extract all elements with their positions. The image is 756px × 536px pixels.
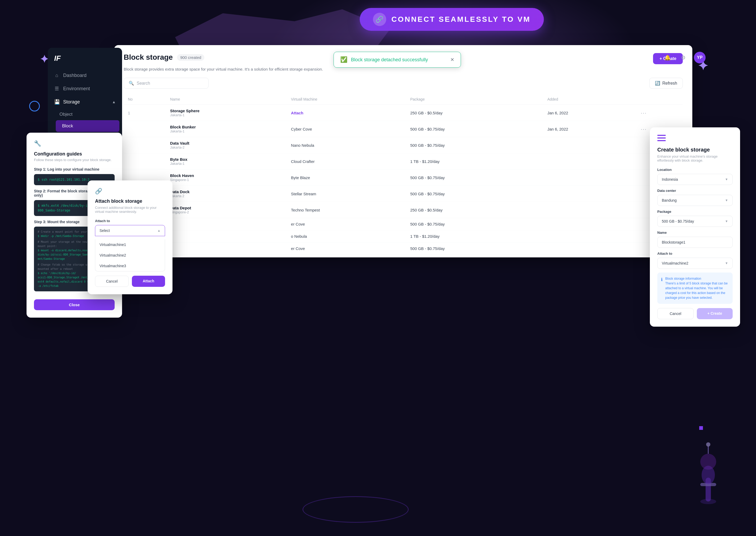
config-subtitle: Follow these steps to configure your blo… xyxy=(34,158,115,162)
create-panel-title: Create block storage xyxy=(657,147,733,153)
package-select[interactable]: 500 GB - $0.75/day ▼ xyxy=(657,216,733,227)
sidebar-item-block[interactable]: Block xyxy=(56,120,119,132)
cell-vm: Stellar Stream xyxy=(287,186,406,202)
cell-added xyxy=(543,153,637,170)
table-row: Block BunkerJakarta-1 Cyber Cove 500 GB … xyxy=(124,121,683,137)
attach-cancel-button[interactable]: Cancel xyxy=(95,276,129,287)
cell-added xyxy=(543,202,637,218)
vm-name: Cloud Crafter xyxy=(291,159,315,164)
location-chevron-icon: ▼ xyxy=(725,178,728,181)
datacenter-label: Data center xyxy=(657,189,733,193)
location-label: Location xyxy=(657,168,733,172)
refresh-icon: 🔄 xyxy=(655,81,660,86)
col-no: No xyxy=(124,94,166,105)
sidebar-item-storage[interactable]: 💾 Storage ▲ xyxy=(48,95,122,109)
sidebar-item-label-environment: Environment xyxy=(63,86,90,91)
cp-cancel-button[interactable]: Cancel xyxy=(657,308,694,319)
storage-location: Jakarta-1 xyxy=(170,113,282,117)
sidebar-item-label-block: Block xyxy=(62,123,73,129)
sidebar-submenu: Object Block xyxy=(48,109,122,132)
storage-name: Data Vault xyxy=(170,141,282,146)
sidebar-item-dashboard[interactable]: ⌂ Dashboard xyxy=(48,69,122,82)
table-row: Data VaultJakarta-2 Nano Nebula 500 GB -… xyxy=(124,137,683,153)
vm-name: Nano Nebula xyxy=(291,143,314,148)
location-select[interactable]: Indonesia ▼ xyxy=(657,174,733,185)
notification-close-button[interactable]: ✕ xyxy=(450,57,454,63)
sidebar-item-environment[interactable]: ☰ Environment xyxy=(48,82,122,95)
refresh-label: Refresh xyxy=(662,81,677,86)
cell-package: 500 GB - $0.75/day xyxy=(406,137,543,153)
name-label: Name xyxy=(657,231,733,235)
cell-vm: o Nebula xyxy=(287,230,406,243)
search-box[interactable]: 🔍 Search xyxy=(124,78,209,89)
storage-name: Byte Box xyxy=(170,157,282,162)
create-panel-icon xyxy=(657,135,733,143)
avatar-button[interactable]: YP xyxy=(694,52,706,63)
table-body: 1 Storage SphereJakarta-1 Attach 250 GB … xyxy=(124,105,683,255)
vm-name: o Nebula xyxy=(291,234,307,239)
top-right-icons: 🔔 ⚙ YP xyxy=(662,52,706,63)
settings-button[interactable]: ⚙ xyxy=(678,52,689,63)
cell-added xyxy=(543,137,637,153)
cell-no: 1 xyxy=(124,105,166,121)
notification-button[interactable]: 🔔 xyxy=(662,52,673,63)
attach-option-1[interactable]: Virtualmachine1 xyxy=(95,239,165,250)
svg-rect-0 xyxy=(657,135,666,136)
chevron-up-icon: ▲ xyxy=(112,100,116,104)
refresh-button[interactable]: 🔄 Refresh xyxy=(649,78,683,89)
name-input[interactable] xyxy=(657,237,733,248)
attach-to-chevron-icon: ▼ xyxy=(725,261,728,265)
cell-name: Data VaultJakarta-2 xyxy=(166,137,286,153)
svg-point-9 xyxy=(706,442,710,447)
attach-to-label-create: Attach to xyxy=(657,251,733,255)
toolbar: 🔍 Search 🔄 Refresh xyxy=(124,78,683,89)
table-row: o Nebula 1 TB - $1.20/day xyxy=(124,230,683,243)
attach-option-2[interactable]: Virtualmachine2 xyxy=(95,250,165,260)
cell-vm: er Cove xyxy=(287,243,406,255)
cell-vm: er Cove xyxy=(287,218,406,230)
storage-location: Jakarta-1 xyxy=(170,129,282,133)
attach-select[interactable]: Select ▲ xyxy=(95,225,165,236)
package-label: Package xyxy=(657,210,733,214)
cell-actions: ··· xyxy=(637,105,683,121)
create-panel-subtitle: Enhance your virtual machine's storage e… xyxy=(657,154,733,162)
table-row: Byte BoxJakarta-1 Cloud Crafter 1 TB - $… xyxy=(124,153,683,170)
attach-option-3[interactable]: Virtualmachine3 xyxy=(95,260,165,271)
storage-icon: 💾 xyxy=(54,99,59,105)
home-icon: ⌂ xyxy=(54,73,59,78)
deco-star-left: ✦ xyxy=(40,53,49,65)
vm-name: Cyber Cove xyxy=(291,127,312,131)
deco-square xyxy=(699,426,703,430)
info-icon: ℹ xyxy=(661,277,663,300)
cell-name: Storage SphereJakarta-1 xyxy=(166,105,286,121)
sidebar-item-object[interactable]: Object xyxy=(53,109,122,120)
table-row: Block HavenSingapore-1 Byte Blaze 500 GB… xyxy=(124,170,683,186)
storage-name: Data Depot xyxy=(170,206,282,210)
location-value: Indonesia xyxy=(662,177,678,182)
cell-added xyxy=(543,230,637,243)
vm-name: Techno Tempest xyxy=(291,208,320,212)
vm-name: Stellar Stream xyxy=(291,191,316,196)
cell-package: 1 TB - $1.20/day xyxy=(406,230,543,243)
attach-link[interactable]: Attach xyxy=(291,111,304,115)
svg-point-7 xyxy=(700,454,716,470)
sidebar-item-label-dashboard: Dashboard xyxy=(63,73,86,78)
more-actions-button[interactable]: ··· xyxy=(641,110,647,116)
top-banner: 🔗 CONNECT SEAMLESSLY TO VM xyxy=(360,8,544,31)
table-row: Data DepotSingapore-2 Techno Tempest 250… xyxy=(124,202,683,218)
config-close-button[interactable]: Close xyxy=(34,299,115,310)
attach-confirm-button[interactable]: Attach xyxy=(132,276,165,287)
banner-text: CONNECT SEAMLESSLY TO VM xyxy=(391,15,531,24)
cell-name xyxy=(166,218,286,230)
attach-icon: 🔗 xyxy=(95,188,165,195)
table-row: er Cove 500 GB - $0.75/day xyxy=(124,243,683,255)
more-actions-button[interactable]: ··· xyxy=(641,126,647,132)
storage-name: Data Dock xyxy=(170,189,282,194)
cell-no xyxy=(124,137,166,153)
datacenter-select[interactable]: Bandung ▼ xyxy=(657,195,733,206)
cp-create-button[interactable]: + Create xyxy=(697,308,733,319)
create-panel: Create block storage Enhance your virtua… xyxy=(650,127,740,327)
cell-package: 1 TB - $1.20/day xyxy=(406,153,543,170)
attach-to-select[interactable]: Virtualmachine2 ▼ xyxy=(657,258,733,269)
col-added: Added xyxy=(543,94,637,105)
